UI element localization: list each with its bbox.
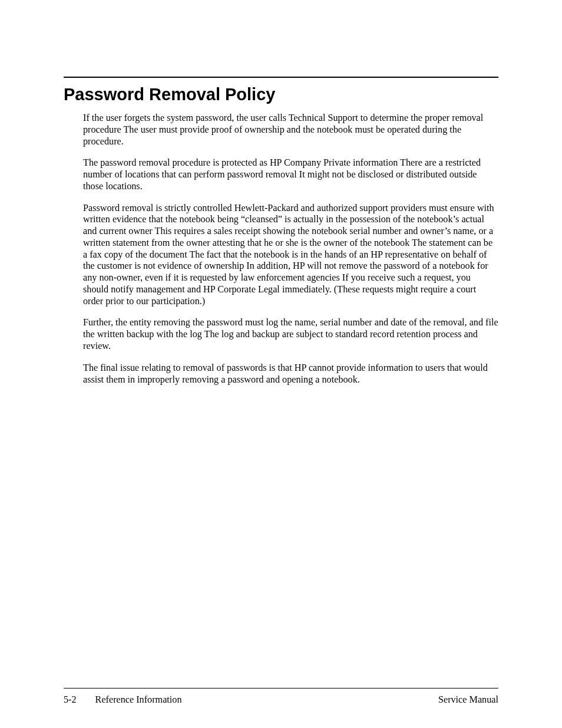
- top-rule: [64, 77, 498, 78]
- paragraph: The final issue relating to removal of p…: [83, 363, 498, 386]
- footer-left: 5-2 Reference Information: [64, 694, 182, 706]
- paragraph: The password removal procedure is protec…: [83, 157, 498, 192]
- section-name: Reference Information: [95, 694, 182, 706]
- page-number: 5-2: [64, 694, 77, 706]
- paragraph: Password removal is strictly controlled …: [83, 203, 498, 308]
- footer-rule: [64, 688, 498, 689]
- page-footer: 5-2 Reference Information Service Manual: [64, 688, 498, 706]
- section-heading: Password Removal Policy: [64, 85, 498, 104]
- paragraph: Further, the entity removing the passwor…: [83, 317, 498, 352]
- page-content: Password Removal Policy If the user forg…: [0, 0, 562, 386]
- paragraph: If the user forgets the system password,…: [83, 113, 498, 147]
- body-text: If the user forgets the system password,…: [64, 113, 498, 386]
- document-title: Service Manual: [438, 694, 498, 706]
- footer-row: 5-2 Reference Information Service Manual: [64, 694, 498, 706]
